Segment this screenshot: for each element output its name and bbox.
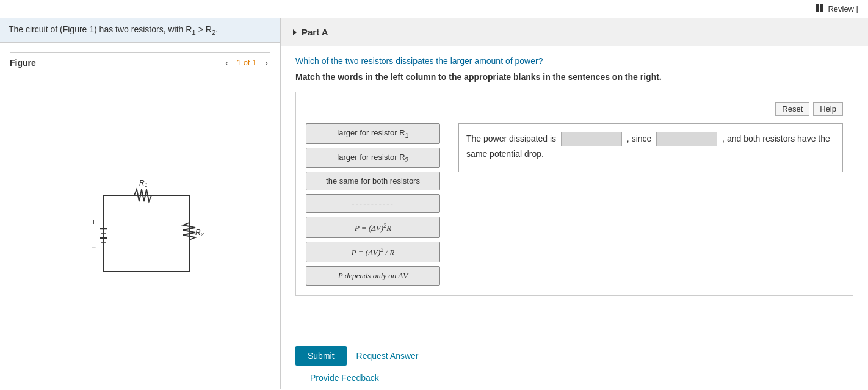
choice-separator: ----------- [306, 194, 440, 213]
matching-area: Reset Help larger for resistor R1 larger… [295, 92, 853, 296]
right-sentence: The power dissipated is , since , and bo… [458, 123, 843, 172]
page-indicator: 1 of 1 [237, 58, 257, 67]
svg-text:−: − [92, 244, 96, 252]
reset-button[interactable]: Reset [775, 102, 809, 116]
left-panel: The circuit of (Figure 1) has two resist… [0, 18, 281, 389]
blank-1[interactable] [561, 132, 622, 146]
right-panel: Part A Which of the two resistors dissip… [281, 18, 868, 389]
feedback-section: Provide Feedback [281, 373, 868, 389]
request-answer-link[interactable]: Request Answer [356, 351, 419, 361]
provide-feedback-link[interactable]: Provide Feedback [295, 368, 394, 388]
next-figure-button[interactable]: › [262, 57, 270, 69]
svg-text:+: + [92, 218, 96, 226]
matching-content: larger for resistor R1 larger for resist… [306, 123, 843, 286]
review-button[interactable]: Review | [816, 4, 858, 14]
prev-figure-button[interactable]: ‹ [223, 57, 231, 69]
left-choices: larger for resistor R1 larger for resist… [306, 123, 440, 286]
blank-2[interactable] [656, 132, 717, 146]
sentence-before-blank1: The power dissipated is [466, 134, 556, 143]
main-layout: The circuit of (Figure 1) has two resist… [0, 18, 868, 389]
choice-same-both[interactable]: the same for both resistors [306, 172, 440, 190]
figure-label: Figure [10, 58, 217, 68]
review-icon [816, 4, 824, 14]
part-header: Part A [281, 18, 868, 46]
top-bar: Review | [0, 0, 868, 18]
circuit-diagram: + − R1 [10, 85, 270, 379]
choice-formula2[interactable]: P = (ΔV)2 / R [306, 242, 440, 262]
matching-toolbar: Reset Help [306, 102, 843, 116]
choice-larger-r2[interactable]: larger for resistor R2 [306, 148, 440, 168]
part-title: Part A [302, 27, 328, 37]
figure-header: Figure ‹ 1 of 1 › [10, 52, 270, 73]
review-label: Review | [828, 4, 858, 13]
part-content: Which of the two resistors dissipates th… [281, 46, 868, 346]
choice-larger-r1[interactable]: larger for resistor R1 [306, 123, 440, 144]
collapse-triangle[interactable] [293, 29, 297, 35]
svg-text:R2: R2 [195, 228, 204, 237]
choice-formula3[interactable]: P depends only on ΔV [306, 266, 440, 286]
choice-formula1[interactable]: P = (ΔV)2R [306, 217, 440, 237]
svg-text:R1: R1 [139, 179, 148, 188]
help-button[interactable]: Help [813, 102, 843, 116]
problem-statement: The circuit of (Figure 1) has two resist… [0, 18, 280, 43]
submit-button[interactable]: Submit [295, 346, 347, 366]
sentence-between-blanks: , since [627, 134, 651, 143]
figure-section: Figure ‹ 1 of 1 › [0, 43, 280, 389]
instruction-text: Match the words in the left column to th… [295, 72, 853, 82]
question-text: Which of the two resistors dissipates th… [295, 56, 853, 66]
